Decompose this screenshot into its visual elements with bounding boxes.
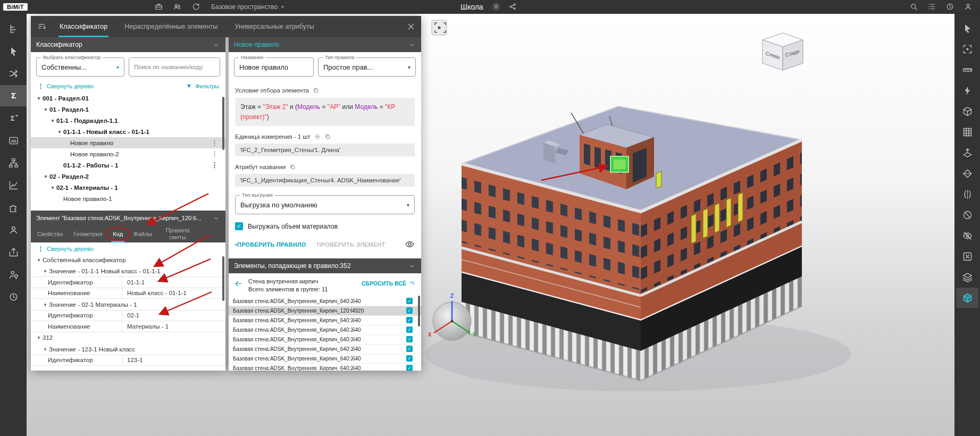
layers-icon[interactable]	[956, 267, 978, 287]
caret-down-icon[interactable]: ▾	[35, 257, 43, 263]
materials-checkbox-row[interactable]: Выгружать объем материалов	[229, 222, 421, 230]
view-2d-icon[interactable]: 2D	[2, 130, 24, 151]
workspace-selector[interactable]: Базовое пространство ▾	[211, 3, 284, 11]
panel-tab[interactable]: Нераспределённые элементы	[116, 16, 226, 37]
summary-add-icon[interactable]: Σ+	[2, 107, 24, 129]
reset-all-link[interactable]: СБРОСИТЬ ВСЁ	[362, 280, 416, 287]
condition-expression[interactable]: Этаж = "Этаж 2" и (Модель = "АР" или Мод…	[235, 98, 415, 126]
checkbox-checked[interactable]	[406, 336, 413, 342]
scrollbar[interactable]	[222, 256, 224, 301]
filters-link[interactable]: Фильтры	[186, 83, 219, 90]
name-attribute-value[interactable]: 'IFC_1_Идентификация_Стены/4. ADSK_Наиме…	[235, 174, 415, 187]
element-list-row[interactable]: Базовая стена:ADSK_Внутренняя_Кирпич_640…	[229, 335, 421, 345]
structure-icon[interactable]	[2, 18, 24, 39]
chevron-down-icon[interactable]	[408, 262, 416, 270]
list-icon[interactable]	[927, 2, 936, 11]
row-menu-icon[interactable]: ⋮	[211, 150, 218, 157]
code-group-row[interactable]: ▾312	[31, 332, 225, 344]
tree-node[interactable]: ▾001 - Раздел-01	[31, 93, 225, 104]
checkbox-checked[interactable]	[406, 307, 413, 314]
caret-down-icon[interactable]: ▾	[49, 118, 56, 123]
code-group-row[interactable]: ▾Значение - 02-1 Материалы - 1	[31, 299, 225, 311]
search-icon[interactable]	[909, 2, 918, 11]
eye-off-icon[interactable]	[956, 225, 978, 246]
element-list-row[interactable]: Базовая стена:ADSK_Внутренняя_Кирпич_120…	[229, 306, 421, 316]
checkbox-checked[interactable]	[406, 346, 413, 352]
hide-icon[interactable]	[956, 205, 978, 225]
panel-tab[interactable]: Классификатор	[51, 16, 116, 37]
element-list-row[interactable]: Базовая стена:ADSK_Внутренняя_Кирпич_640…	[229, 364, 421, 371]
collapse-tree-link[interactable]: Свернуть дерево	[37, 83, 94, 90]
navigation-cube[interactable]: Слева Сзади	[763, 33, 803, 70]
checkbox-checked[interactable]	[235, 222, 243, 230]
chart-icon[interactable]	[2, 174, 24, 196]
export-icon[interactable]	[2, 241, 24, 263]
chevron-down-icon[interactable]	[212, 214, 220, 222]
select-icon[interactable]	[2, 40, 24, 62]
hierarchy-icon[interactable]	[2, 152, 24, 173]
chevron-down-icon[interactable]	[212, 41, 220, 49]
clip-icon[interactable]	[956, 142, 978, 163]
checkbox-checked[interactable]	[406, 298, 413, 304]
team-icon[interactable]	[173, 2, 182, 11]
caret-down-icon[interactable]: ▾	[41, 269, 49, 274]
close-box-icon[interactable]	[956, 246, 978, 266]
rule-name-field[interactable]: Название Новое правило	[234, 57, 314, 77]
box-icon[interactable]	[956, 101, 978, 121]
element-tab[interactable]: Файлы	[128, 225, 157, 242]
caret-down-icon[interactable]: ▾	[35, 335, 43, 340]
export-type-select[interactable]: Тип выгрузки Выгрузка по умолчанию ▾	[235, 195, 415, 214]
flash-icon[interactable]	[956, 80, 978, 100]
grid-icon[interactable]	[956, 122, 978, 142]
plugins-icon[interactable]	[2, 197, 24, 218]
history-icon[interactable]	[945, 2, 954, 11]
copy-icon[interactable]	[289, 164, 296, 170]
checkbox-checked[interactable]	[406, 326, 413, 333]
row-menu-icon[interactable]: ⋮	[211, 162, 218, 169]
checkbox-checked[interactable]	[406, 365, 413, 371]
element-tab[interactable]: Правила сметы	[157, 225, 198, 242]
code-group-row[interactable]: ▾Значение - 01-1-1 Новый класс - 01-1-1	[31, 266, 225, 278]
split-icon[interactable]	[956, 184, 978, 204]
unit-attribute-value[interactable]: 'IFC_2_Геометрия_Стены/1. Длина'	[235, 144, 415, 156]
close-panel-icon[interactable]	[406, 22, 416, 31]
caret-down-icon[interactable]: ▾	[56, 129, 63, 135]
rule-section-header[interactable]: Новое правило	[229, 37, 421, 52]
tree-node[interactable]: ▾01-1 - Подраздел-1.1	[31, 115, 225, 126]
tree-node[interactable]: ▾02-1 - Материалы - 1	[31, 182, 225, 193]
search-input[interactable]: Поиск по названию/коду	[129, 57, 220, 77]
checkbox-checked[interactable]	[406, 355, 413, 362]
code-kv-row[interactable]: Идентификатор123-1	[31, 355, 225, 366]
sync-icon[interactable]	[191, 2, 200, 11]
code-kv-row[interactable]: Идентификатор01-1-1	[31, 276, 225, 288]
caret-down-icon[interactable]: ▾	[35, 96, 43, 101]
back-icon[interactable]	[234, 279, 243, 288]
summary-icon[interactable]: Σ	[0, 85, 27, 106]
rule-type-select[interactable]: Тип правила Простое прав... ▾	[318, 57, 416, 77]
row-menu-icon[interactable]: ⋮	[211, 139, 218, 146]
panel-tab[interactable]: Универсальные атрибуты	[227, 16, 323, 37]
briefcase-icon[interactable]	[154, 2, 163, 11]
code-group-row[interactable]: ▾Собственный классификатор	[31, 254, 225, 266]
caret-down-icon[interactable]: ▾	[42, 107, 49, 112]
element-tab[interactable]: Код	[107, 225, 128, 242]
eye-icon[interactable]	[405, 239, 415, 249]
element-tab[interactable]: Геометрия	[68, 225, 107, 242]
code-kv-row[interactable]: НаименованиеМатериалы - 1	[31, 321, 225, 332]
code-kv-row[interactable]: Идентификатор02-1	[31, 310, 225, 322]
element-list-row[interactable]: Базовая стена:ADSK_Внутренняя_Кирпич_640…	[229, 325, 421, 335]
code-kv-row[interactable]: НаименованиеНовый класс - 01-1-1	[31, 288, 225, 299]
copy-icon[interactable]	[324, 133, 331, 140]
element-tab[interactable]: Свойства	[32, 225, 68, 242]
chevron-down-icon[interactable]	[408, 41, 416, 49]
caret-down-icon[interactable]: ▾	[42, 174, 49, 179]
relations-icon[interactable]	[2, 63, 24, 84]
cube-icon[interactable]	[956, 288, 978, 308]
focus-model-button[interactable]	[432, 20, 447, 35]
tree-node[interactable]: 01-1-2 - Работы - 1⋮	[31, 160, 225, 171]
tree-node[interactable]: ▾01 - Раздел-1	[31, 104, 225, 115]
user-pin-icon[interactable]	[2, 264, 24, 285]
element-list-row[interactable]: Базовая стена:ADSK_Внутренняя_Кирпич_640…	[229, 316, 421, 325]
check-rule-button[interactable]: ПРОВЕРИТЬ ПРАВИЛО	[235, 241, 306, 248]
ruler-icon[interactable]	[956, 60, 978, 80]
